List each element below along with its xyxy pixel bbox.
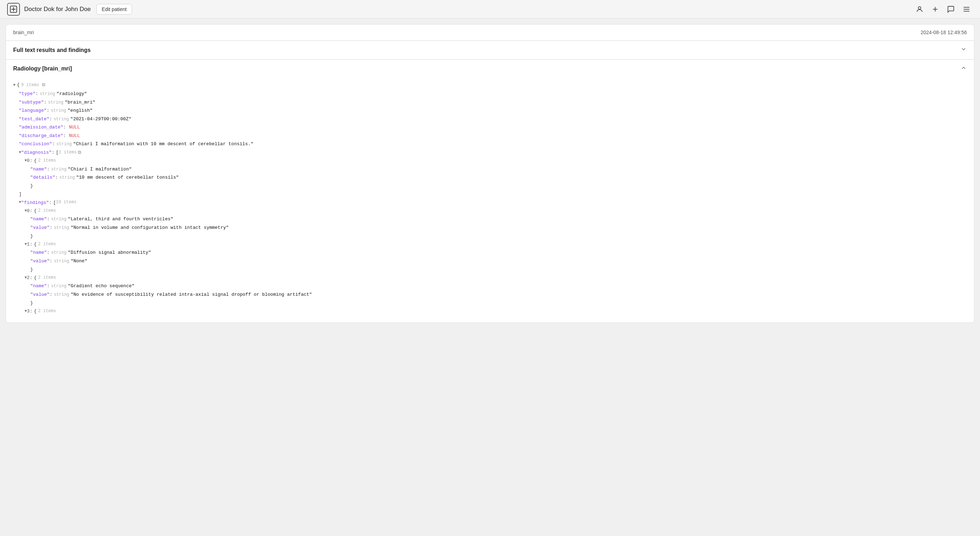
full-text-chevron-icon bbox=[961, 46, 967, 54]
add-icon-button[interactable] bbox=[929, 3, 942, 16]
json-conclusion-line: "conclusion" : string "Chiari I malforma… bbox=[13, 140, 967, 148]
full-text-section: Full text results and findings bbox=[6, 41, 974, 59]
record-timestamp: 2024-08-18 12:49:56 bbox=[921, 30, 967, 35]
message-icon-button[interactable] bbox=[945, 3, 957, 16]
radiology-section: Radiology [brain_mri] ▼ { 9 items ⧉ bbox=[6, 59, 974, 322]
full-text-header[interactable]: Full text results and findings bbox=[6, 41, 974, 59]
finding-2-close: } bbox=[13, 299, 967, 307]
app-logo bbox=[7, 3, 20, 16]
radiology-header[interactable]: Radiology [brain_mri] bbox=[6, 60, 974, 78]
json-subtype-line: "subtype" : string "brain_mri" bbox=[13, 98, 967, 107]
header-icon-group bbox=[913, 3, 973, 16]
json-type-line: "type" : string "radiology" bbox=[13, 90, 967, 98]
diag-0-close: } bbox=[13, 182, 967, 190]
radiology-title: Radiology [brain_mri] bbox=[13, 65, 72, 72]
main-content: brain_mri 2024-08-18 12:49:56 Full text … bbox=[0, 24, 980, 323]
json-diagnosis-line: ▼ "diagnosis" : [ 1 items ⧉ bbox=[13, 148, 967, 156]
finding-1-name-line: "name" : string "Diffusion signal abnorm… bbox=[13, 249, 967, 257]
json-root-line: ▼ { 9 items ⧉ bbox=[13, 81, 967, 89]
finding-0-close: } bbox=[13, 232, 967, 240]
record-type-label: brain_mri bbox=[13, 30, 34, 35]
json-admission-date-line: "admission_date" : NULL bbox=[13, 123, 967, 131]
finding-1-line: ▼ 1: { 2 items bbox=[13, 240, 967, 249]
diag-0-chevron[interactable]: ▼ bbox=[24, 157, 27, 164]
json-language-line: "language" : string "english" bbox=[13, 107, 967, 115]
finding-2-value-line: "value" : string "No evidence of suscept… bbox=[13, 290, 967, 299]
finding-2-name-line: "name" : string "Gradient echo sequence" bbox=[13, 282, 967, 290]
json-test-date-line: "test_date" : string "2021-04-29T00:00:0… bbox=[13, 115, 967, 123]
full-text-title: Full text results and findings bbox=[13, 47, 91, 53]
finding-1-value-line: "value" : string "None" bbox=[13, 257, 967, 265]
findings-chevron[interactable]: ▼ bbox=[19, 199, 21, 206]
copy-icon[interactable]: ⧉ bbox=[42, 81, 45, 89]
json-viewer: ▼ { 9 items ⧉ "type" : string "radiology… bbox=[6, 78, 974, 322]
json-findings-line: ▼ "findings" : [ 19 items bbox=[13, 199, 967, 207]
diagnosis-copy-icon[interactable]: ⧉ bbox=[78, 148, 81, 156]
app-header: Doctor Dok for John Doe Edit patient bbox=[0, 0, 980, 19]
finding-2-chevron[interactable]: ▼ bbox=[24, 274, 27, 282]
app-title: Doctor Dok for John Doe bbox=[24, 6, 91, 13]
finding-0-chevron[interactable]: ▼ bbox=[24, 207, 27, 215]
record-header-row: brain_mri 2024-08-18 12:49:56 bbox=[6, 25, 974, 41]
finding-0-value-line: "value" : string "Normal in volume and c… bbox=[13, 223, 967, 232]
menu-icon-button[interactable] bbox=[960, 3, 973, 16]
finding-1-chevron[interactable]: ▼ bbox=[24, 241, 27, 248]
diag-details-line: "details" : string "10 mm descent of cer… bbox=[13, 173, 967, 182]
finding-1-close: } bbox=[13, 265, 967, 274]
diagnosis-chevron[interactable]: ▼ bbox=[19, 149, 21, 156]
finding-3-chevron[interactable]: ▼ bbox=[24, 308, 27, 315]
root-items-count: 9 items bbox=[21, 81, 39, 89]
finding-0-name-line: "name" : string "Lateral, third and four… bbox=[13, 215, 967, 223]
json-discharge-date-line: "discharge_date" : NULL bbox=[13, 132, 967, 140]
record-card: brain_mri 2024-08-18 12:49:56 Full text … bbox=[6, 24, 974, 323]
finding-0-line: ▼ 0: { 2 items bbox=[13, 207, 967, 215]
diag-0-line: ▼ 0: { 2 items bbox=[13, 156, 967, 165]
diagnosis-close: ] bbox=[13, 190, 967, 198]
edit-patient-button[interactable]: Edit patient bbox=[96, 4, 132, 14]
finding-3-line: ▼ 3: { 2 items bbox=[13, 307, 967, 315]
root-chevron[interactable]: ▼ bbox=[13, 82, 16, 89]
user-icon-button[interactable] bbox=[913, 3, 926, 16]
finding-2-line: ▼ 2: { 2 items bbox=[13, 274, 967, 282]
svg-point-3 bbox=[918, 6, 921, 9]
diag-name-line: "name" : string "Chiari I malformation" bbox=[13, 165, 967, 174]
radiology-chevron-icon bbox=[961, 65, 967, 73]
